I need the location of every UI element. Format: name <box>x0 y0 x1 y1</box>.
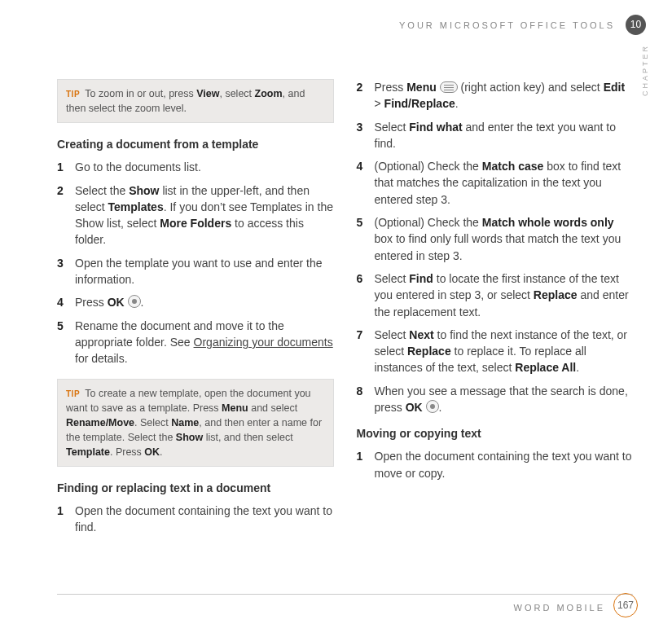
list-item: 1Open the document containing the text y… <box>57 503 334 536</box>
menu-icon <box>440 81 458 93</box>
steps-move-copy: 1Open the document containing the text y… <box>357 448 634 481</box>
step-text <box>423 401 426 414</box>
bold: Replace <box>534 288 578 301</box>
step-number: 1 <box>57 159 64 175</box>
steps-find-replace-start: 1Open the document containing the text y… <box>57 503 334 536</box>
list-item: 5 (Optional) Check the Match whole words… <box>357 214 634 264</box>
steps-create-template: 1Go to the documents list. 2 Select the … <box>57 159 334 367</box>
bold: Edit <box>604 81 625 94</box>
chapter-badge: 10 <box>626 15 646 35</box>
step-text: . <box>141 296 144 309</box>
bold: Name <box>171 417 199 428</box>
step-text: Go to the documents list. <box>75 160 201 174</box>
step-text: Press <box>375 81 407 94</box>
bold: Rename/Move <box>66 417 134 428</box>
list-item: 8 When you see a message that the search… <box>357 383 634 416</box>
bold: Zoom <box>255 88 283 99</box>
step-number: 4 <box>357 158 363 174</box>
step-text: Select the <box>75 184 129 197</box>
bold: OK <box>406 401 423 414</box>
tip-text: , select <box>219 88 254 99</box>
step-text: Open the document containing the text yo… <box>375 450 632 479</box>
step-text: Press <box>75 296 108 309</box>
bold: Replace All <box>515 361 576 374</box>
step-text: > <box>375 97 384 110</box>
step-text: . <box>455 97 459 110</box>
list-item: 7 Select Next to find the next instance … <box>357 327 634 376</box>
bold: Menu <box>406 81 437 94</box>
step-text: Open the template you want to use and en… <box>75 257 323 286</box>
bold: Next <box>409 328 433 341</box>
list-item: 3 Select Find what and enter the text yo… <box>357 119 634 152</box>
step-number: 1 <box>357 448 363 464</box>
steps-find-replace-cont: 2 Press Menu (right action key) and sele… <box>357 79 634 415</box>
step-text: (Optional) Check the <box>375 160 482 173</box>
list-item: 5 Rename the document and move it to the… <box>57 318 334 367</box>
heading-move-copy: Moving or copying text <box>357 427 634 440</box>
step-number: 7 <box>357 327 363 343</box>
step-number: 2 <box>57 182 64 199</box>
footer-section-label: WORD MOBILE <box>514 603 605 613</box>
bold: Replace <box>407 345 451 358</box>
bold: Find what <box>409 121 462 134</box>
bold: Match case <box>482 160 543 173</box>
step-text <box>125 296 128 309</box>
bold: Match whole words only <box>482 216 614 229</box>
tip-label: TIP <box>66 90 80 99</box>
step-text: . <box>439 401 442 414</box>
step-text: box to find only full words that match t… <box>375 232 621 261</box>
step-number: 2 <box>357 79 363 95</box>
tip-text: . <box>160 446 162 458</box>
step-number: 3 <box>57 255 64 271</box>
step-number: 5 <box>357 214 363 231</box>
list-item: 1Open the document containing the text y… <box>357 448 634 481</box>
step-text: for details. <box>75 352 128 365</box>
bold: Show <box>129 184 159 197</box>
link-organizing-documents[interactable]: Organizing your documents <box>194 336 333 349</box>
bold: View <box>196 88 219 99</box>
step-text: Select <box>375 272 410 285</box>
ok-icon <box>426 400 439 413</box>
tip-text: list, and then select <box>203 432 292 443</box>
two-columns: TIP To zoom in or out, press View, selec… <box>57 79 633 547</box>
step-number: 5 <box>57 318 64 334</box>
page: YOUR MICROSOFT OFFICE TOOLS 10 CHAPTER T… <box>0 0 672 637</box>
heading-find-replace: Finding or replacing text in a document <box>57 481 334 494</box>
page-number: 167 <box>613 593 638 617</box>
tip-box-new-template: TIP To create a new template, open the d… <box>57 379 334 468</box>
bold: More Folders <box>160 217 231 230</box>
step-number: 4 <box>57 294 64 310</box>
step-number: 1 <box>57 503 64 519</box>
step-text: Select <box>375 121 410 134</box>
step-text: (Optional) Check the <box>375 216 482 229</box>
bold: Show <box>176 432 203 443</box>
bold: OK <box>144 446 160 458</box>
tip-text: To zoom in or out, press <box>85 88 196 99</box>
list-item: 6 Select Find to locate the first instan… <box>357 270 634 320</box>
bold: Find/Replace <box>384 97 455 110</box>
left-column: TIP To zoom in or out, press View, selec… <box>57 79 334 547</box>
running-header: YOUR MICROSOFT OFFICE TOOLS <box>399 20 615 30</box>
step-number: 8 <box>357 383 363 399</box>
tip-label: TIP <box>66 389 80 398</box>
step-text: (right action key) and select <box>458 81 604 94</box>
list-item: 1Go to the documents list. <box>57 159 334 175</box>
footer-rule <box>57 594 633 595</box>
list-item: 4 (Optional) Check the Match case box to… <box>357 158 634 208</box>
tip-text: . Select <box>134 417 171 428</box>
tip-text: . Press <box>110 446 144 458</box>
bold: Find <box>409 272 433 285</box>
step-number: 6 <box>357 270 363 287</box>
list-item: 3Open the template you want to use and e… <box>57 255 334 288</box>
heading-create-template: Creating a document from a template <box>57 138 334 151</box>
list-item: 2 Press Menu (right action key) and sele… <box>357 79 634 112</box>
step-text: Open the document containing the text yo… <box>75 504 332 534</box>
tip-text: and select <box>248 402 297 414</box>
ok-icon <box>128 295 141 308</box>
chapter-tab: CHAPTER <box>641 44 649 96</box>
step-text: . <box>576 361 579 374</box>
step-text: Select <box>375 328 410 341</box>
right-column: 2 Press Menu (right action key) and sele… <box>357 79 634 547</box>
step-number: 3 <box>357 119 363 135</box>
list-item: 2 Select the Show list in the upper-left… <box>57 182 334 248</box>
